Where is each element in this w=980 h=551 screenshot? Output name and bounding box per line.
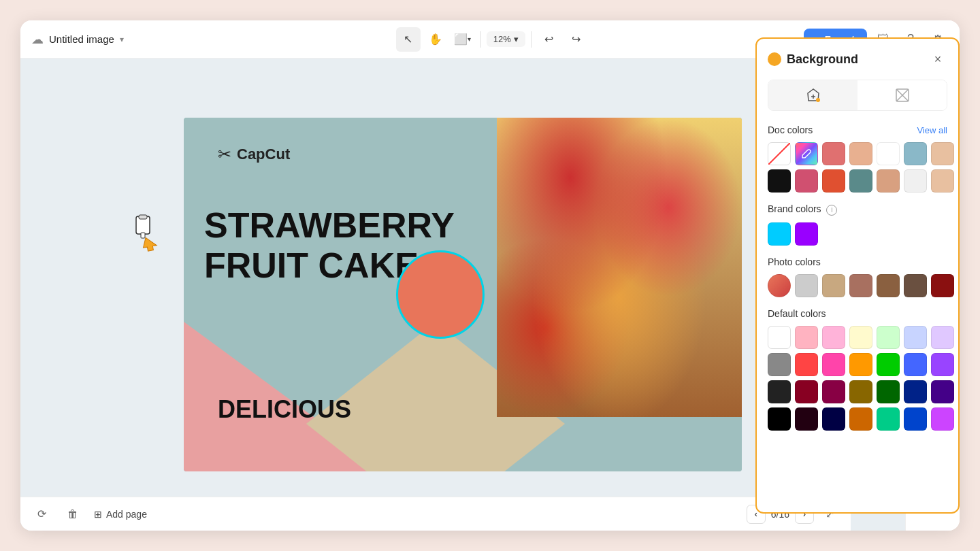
def-4-2[interactable] [795,407,818,431]
def-4-4[interactable] [849,407,872,431]
doc-colors-grid-row2 [768,169,947,193]
doc-color-8[interactable] [822,169,845,193]
canvas-wrapper: ✂ CapCut STRAWBERRY FRUIT CAKE DELICIOUS [184,118,742,471]
photo-color-5[interactable] [904,274,927,297]
bg-panel-header: Background × [768,50,947,69]
select-tool-button[interactable]: ↖ [396,27,421,52]
title-dropdown-icon[interactable]: ▾ [120,35,124,44]
separator-2 [531,31,532,48]
doc-colors-section: Doc colors View all [768,124,947,193]
delicious-text[interactable]: DELICIOUS [218,395,351,424]
frame-tool-button[interactable]: ⬜ ▾ [451,27,475,52]
doc-colors-grid-row1 [768,142,947,165]
bg-panel-close-button[interactable]: × [928,50,947,69]
brand-colors-grid [768,222,947,246]
delete-button[interactable]: 🗑 [63,504,83,524]
doc-color-7[interactable] [795,169,818,193]
color-tab[interactable] [768,80,858,110]
capcut-logo: ✂ CapCut [218,145,290,164]
canvas-background: ✂ CapCut STRAWBERRY FRUIT CAKE DELICIOUS [184,118,742,471]
default-colors-title: Default colors [768,308,826,319]
color-picker-swatch[interactable] [795,142,818,165]
def-3-7[interactable] [931,380,954,403]
photo-color-2[interactable] [822,274,845,297]
canvas-frame[interactable]: ✂ CapCut STRAWBERRY FRUIT CAKE DELICIOUS [184,118,742,471]
def-3-6[interactable] [904,380,927,403]
doc-colors-view-all[interactable]: View all [917,125,947,135]
def-3-4[interactable] [849,380,872,403]
def-2-3[interactable] [822,353,845,376]
zoom-dropdown-icon: ▾ [514,34,519,44]
def-1-3[interactable] [822,326,845,349]
def-4-1[interactable] [768,407,791,431]
def-3-5[interactable] [877,380,900,403]
doc-color-5[interactable] [931,142,954,165]
def-3-2[interactable] [795,380,818,403]
topbar-left: ☁ Untitled image ▾ [31,32,181,47]
default-colors-section: Default colors [768,308,947,431]
def-3-3[interactable] [822,380,845,403]
photo-colors-grid [768,274,947,297]
doc-color-2[interactable] [849,142,872,165]
undo-button[interactable]: ↩ [537,27,561,52]
photo-thumbnail-swatch[interactable] [768,274,791,297]
def-2-4[interactable] [849,353,872,376]
def-2-6[interactable] [904,353,927,376]
photo-colors-title: Photo colors [768,256,821,267]
bottom-left: ⟳ 🗑 ⊞ Add page [31,504,147,524]
image-tab-icon [894,87,911,103]
photo-color-6[interactable] [931,274,954,297]
add-page-icon: ⊞ [94,509,102,520]
coral-circle-shape[interactable] [396,250,485,339]
def-1-1[interactable] [768,326,791,349]
def-3-1[interactable] [768,380,791,403]
def-4-6[interactable] [904,407,927,431]
doc-color-6[interactable] [768,169,791,193]
image-tab[interactable] [858,80,947,110]
def-1-2[interactable] [795,326,818,349]
topbar-tools: ↖ ✋ ⬜ ▾ 12% ▾ ↩ ↪ [189,27,796,52]
def-4-5[interactable] [877,407,900,431]
history-button[interactable]: ⟳ [31,504,52,524]
brand-colors-section: Brand colors i [768,203,947,246]
doc-color-11[interactable] [904,169,927,193]
bg-panel-title: Background [787,52,858,67]
def-4-7[interactable] [931,407,954,431]
transparent-swatch[interactable] [768,142,791,165]
svg-point-0 [816,98,820,102]
doc-color-10[interactable] [877,169,900,193]
add-page-button[interactable]: ⊞ Add page [94,509,147,520]
capcut-logo-icon: ✂ [218,145,231,164]
strawberry-text: STRAWBERRY [204,206,455,245]
def-1-4[interactable] [849,326,872,349]
def-1-7[interactable] [931,326,954,349]
brand-color-1[interactable] [768,222,791,246]
brand-colors-info-icon[interactable]: i [826,205,837,216]
def-4-3[interactable] [822,407,845,431]
background-panel: Background × Doc colors View all [755,37,960,514]
food-image [497,118,742,417]
eyedropper-icon [801,148,812,159]
doc-color-4[interactable] [904,142,927,165]
doc-colors-title: Doc colors [768,124,813,135]
def-2-7[interactable] [931,353,954,376]
photo-color-3[interactable] [849,274,872,297]
def-2-5[interactable] [877,353,900,376]
hand-tool-button[interactable]: ✋ [423,27,448,52]
photo-color-4[interactable] [877,274,900,297]
photo-color-1[interactable] [795,274,818,297]
doc-color-9[interactable] [849,169,872,193]
doc-color-12[interactable] [931,169,954,193]
brand-colors-header: Brand colors i [768,203,947,216]
doc-color-1[interactable] [822,142,845,165]
def-2-1[interactable] [768,353,791,376]
doc-colors-header: Doc colors View all [768,124,947,135]
redo-button[interactable]: ↪ [564,27,589,52]
def-1-5[interactable] [877,326,900,349]
def-2-2[interactable] [795,353,818,376]
brand-color-2[interactable] [795,222,818,246]
add-page-label: Add page [106,509,147,520]
zoom-control[interactable]: 12% ▾ [487,31,525,47]
def-1-6[interactable] [904,326,927,349]
doc-color-3[interactable] [877,142,900,165]
